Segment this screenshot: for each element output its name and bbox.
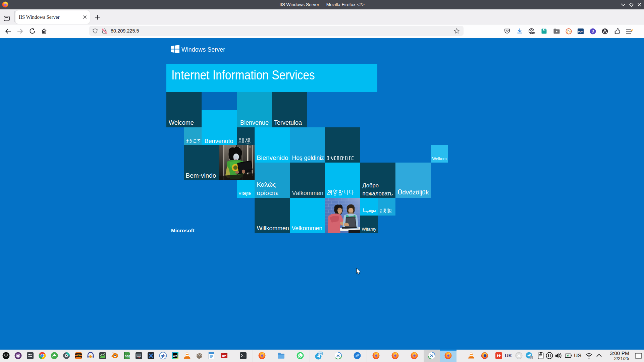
svg-text:PDF: PDF: [578, 30, 583, 33]
svg-text:nqq: nqq: [125, 354, 130, 358]
svg-text:qb: qb: [161, 354, 166, 358]
svg-text:FZ: FZ: [222, 355, 226, 358]
svg-text:2: 2: [531, 356, 532, 359]
svg-text:D: D: [592, 29, 594, 33]
svg-text:9,999: 9,999: [317, 352, 323, 355]
svg-text:WS: WS: [173, 355, 178, 358]
